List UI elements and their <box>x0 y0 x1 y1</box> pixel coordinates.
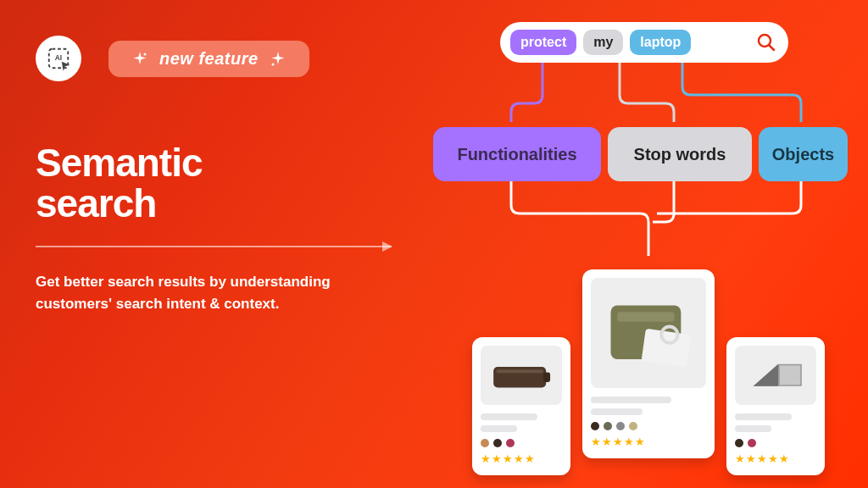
svg-line-5 <box>769 45 774 50</box>
swatch[interactable] <box>616 422 625 430</box>
page-title: Semantic search <box>36 142 203 225</box>
result-card[interactable]: ★★★★★ <box>726 337 825 475</box>
rating-stars: ★★★★★ <box>481 452 562 465</box>
new-feature-label: new feature <box>159 49 259 69</box>
swatch[interactable] <box>591 422 599 430</box>
result-card[interactable]: ★★★★★ <box>582 269 715 458</box>
placeholder-line <box>735 413 792 420</box>
svg-rect-11 <box>642 329 692 368</box>
svg-rect-8 <box>543 373 550 382</box>
placeholder-line <box>735 425 771 432</box>
category-functionalities: Functionalities <box>433 127 601 181</box>
svg-rect-13 <box>780 366 800 385</box>
search-chip-my[interactable]: my <box>583 30 623 55</box>
search-bar[interactable]: protect my laptop <box>500 22 788 63</box>
swatch[interactable] <box>506 439 515 447</box>
page-subtitle: Get better search results by understandi… <box>36 271 392 314</box>
sparkle-icon <box>132 52 147 67</box>
title-line-1: Semantic <box>36 141 203 185</box>
product-image <box>481 346 562 405</box>
brand-logo-badge: AI <box>36 36 81 81</box>
category-label: Functionalities <box>457 145 576 164</box>
placeholder-line <box>481 413 537 420</box>
swatch[interactable] <box>604 422 612 430</box>
color-swatches <box>735 439 816 447</box>
svg-rect-7 <box>497 369 543 373</box>
svg-point-3 <box>271 63 274 65</box>
swatch[interactable] <box>748 439 756 447</box>
category-stop-words: Stop words <box>608 127 752 181</box>
result-card[interactable]: ★★★★★ <box>472 337 570 475</box>
new-feature-badge: new feature <box>108 41 309 77</box>
search-icon[interactable] <box>756 32 776 53</box>
product-image <box>735 346 816 405</box>
swatch[interactable] <box>481 439 489 447</box>
search-chip-laptop[interactable]: laptop <box>630 30 691 55</box>
placeholder-line <box>481 425 517 432</box>
ai-cursor-icon: AI <box>46 46 71 71</box>
rating-stars: ★★★★★ <box>735 452 816 465</box>
placeholder-line <box>591 408 643 415</box>
product-image <box>591 278 706 388</box>
svg-point-2 <box>144 53 147 55</box>
category-label: Stop words <box>634 145 726 164</box>
placeholder-line <box>591 396 671 403</box>
swatch[interactable] <box>493 439 502 447</box>
divider-arrow <box>36 246 392 247</box>
swatch[interactable] <box>629 422 637 430</box>
rating-stars: ★★★★★ <box>591 435 706 448</box>
color-swatches <box>481 439 562 447</box>
search-chip-protect[interactable]: protect <box>510 30 576 55</box>
category-label: Objects <box>772 145 834 164</box>
semantic-diagram: protect my laptop Functionalities Stop w… <box>420 19 852 476</box>
sparkle-icon <box>270 52 286 67</box>
color-swatches <box>591 422 706 430</box>
swatch[interactable] <box>735 439 743 447</box>
title-line-2: search <box>36 181 156 225</box>
svg-text:AI: AI <box>55 53 62 62</box>
category-objects: Objects <box>759 127 848 181</box>
svg-rect-10 <box>617 312 674 322</box>
